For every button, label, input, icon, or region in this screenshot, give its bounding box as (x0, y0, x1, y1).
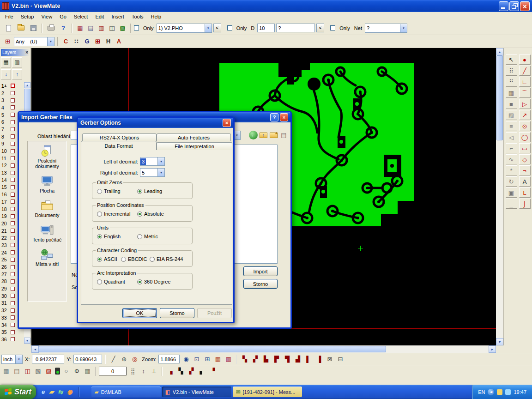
lasso-icon[interactable]: ○ (61, 366, 71, 376)
close-icon[interactable]: × (280, 113, 288, 121)
layer-color-swatch[interactable] (11, 250, 15, 254)
layer-color-swatch[interactable] (11, 149, 15, 153)
dcode-table-icon[interactable]: ▦ (75, 23, 85, 33)
place-my-computer[interactable]: Tento počítač (28, 224, 66, 242)
mirror-tool-icon[interactable]: ◁ (506, 132, 517, 142)
radio-icon[interactable] (137, 189, 142, 194)
radio-option-english[interactable]: English (97, 234, 121, 239)
layer-color-swatch[interactable] (11, 287, 15, 291)
zoom-window-icon[interactable]: ⊡ (192, 354, 201, 364)
split-icon[interactable]: ◫ (23, 366, 32, 376)
rotate-tool-icon[interactable]: ↻ (506, 176, 517, 187)
radio-icon[interactable] (97, 279, 102, 284)
radio-icon[interactable] (137, 212, 142, 217)
green-arrows-icon[interactable]: ⇆ (58, 388, 63, 395)
layer-color-swatch[interactable] (11, 127, 15, 131)
layer-row[interactable]: 4 (1, 104, 24, 111)
cancel-button[interactable]: Storno (160, 308, 194, 318)
only-layer-checkbox[interactable] (134, 25, 139, 30)
save-icon[interactable] (28, 23, 39, 34)
layer-table-icon[interactable]: ▥ (12, 57, 22, 67)
start-button[interactable]: Start (0, 385, 36, 399)
frame-icon[interactable]: ◫ (107, 23, 117, 33)
layer-color-swatch[interactable] (11, 98, 15, 103)
layer-table-icon[interactable]: ▤ (86, 23, 96, 33)
chevron-down-icon[interactable] (205, 24, 212, 32)
ellipse-tool-icon[interactable]: ◯ (519, 132, 531, 142)
open-file-icon[interactable] (15, 23, 26, 34)
aperture-selector-combo[interactable]: Any (U) (14, 37, 54, 46)
canvas-horizontal-scrollbar[interactable]: ◄ ► (31, 345, 496, 353)
left-of-decimal-combo[interactable]: 3 (140, 157, 165, 166)
pad-pattern-3-icon[interactable]: ▞ (187, 366, 196, 376)
layer-color-swatch[interactable] (11, 308, 15, 313)
tab[interactable]: RS274-X Options (82, 133, 157, 141)
dcode-filter-input[interactable]: ? (276, 24, 315, 32)
layer-color-swatch[interactable] (11, 185, 15, 189)
clear-icon[interactable]: ⊟ (335, 354, 345, 364)
layer-color-swatch[interactable] (11, 113, 15, 117)
chevron-down-icon[interactable] (400, 24, 407, 32)
dot-grid-icon[interactable]: ⣿ (128, 366, 138, 376)
colors-icon[interactable]: ▩ (118, 23, 127, 33)
grid-dots-icon[interactable]: ⠛ (506, 77, 517, 87)
hatch-tool-icon[interactable]: ▨ (506, 110, 517, 120)
chevron-down-icon[interactable] (157, 157, 164, 165)
radio-icon[interactable] (150, 257, 155, 262)
layer-color-swatch[interactable] (11, 279, 15, 284)
layer-color-swatch[interactable] (11, 207, 15, 211)
circle-tool-icon[interactable]: ⊙ (519, 121, 531, 131)
ie-icon[interactable]: e (42, 388, 45, 395)
apply-button[interactable]: Použít (197, 308, 232, 318)
scroll-left-icon[interactable]: ◄ (31, 345, 39, 353)
notch-tool-icon[interactable]: ¬ (519, 165, 531, 175)
close-icon[interactable]: × (25, 50, 28, 55)
dcode-pattern-4-icon[interactable]: ▛ (272, 354, 281, 364)
place-network[interactable]: Místa v síti (28, 248, 66, 267)
hide-icons-icon[interactable] (488, 389, 494, 395)
prev-dcode-button[interactable]: < (316, 24, 324, 32)
radio-icon[interactable] (97, 189, 102, 194)
only-net-checkbox[interactable] (330, 25, 335, 30)
x-coordinate-field[interactable]: -0.942237 (32, 355, 64, 363)
layer-color-swatch[interactable] (11, 193, 15, 197)
scroll-down-icon[interactable]: ▼ (24, 338, 30, 344)
net-combo[interactable]: ? (365, 24, 407, 33)
views-icon[interactable] (279, 131, 288, 139)
line-tool-icon[interactable]: ╱ (519, 66, 531, 76)
l-pad-tool-icon[interactable]: L (519, 187, 531, 198)
scroll-up-icon[interactable]: ▲ (496, 48, 503, 55)
radio-option-metric[interactable]: Metric (137, 234, 158, 239)
layer-grid-icon[interactable]: ▦ (1, 57, 11, 67)
chevron-down-icon[interactable] (47, 37, 54, 46)
arc-tool-icon[interactable]: ⌒ (519, 88, 531, 98)
menu-item[interactable]: Select (70, 13, 92, 20)
vector-tool-icon[interactable]: ↗ (519, 110, 531, 120)
scroll-down-icon[interactable]: ▼ (496, 338, 503, 345)
stack-tool-icon[interactable]: ▣ (506, 187, 517, 198)
hatch-right-icon[interactable]: ▨ (44, 366, 54, 376)
radio-icon[interactable] (121, 257, 126, 262)
aperture-text-icon[interactable]: A (114, 36, 124, 46)
move-layer-down-icon[interactable]: ↓ (1, 69, 11, 79)
layer-color-swatch[interactable] (11, 163, 15, 168)
diameter-icon[interactable]: Φ (72, 366, 82, 376)
layer-row[interactable]: 2 (1, 90, 24, 97)
film-box-icon[interactable]: ▥ (97, 23, 106, 33)
zoom-field[interactable]: 1.8866 (158, 355, 180, 363)
target-icon[interactable]: ⊕ (119, 354, 129, 364)
zoom-point-icon[interactable]: ◉ (181, 354, 191, 364)
scrollbar-thumb[interactable] (496, 55, 503, 140)
chevron-down-icon[interactable] (157, 169, 164, 176)
layer-color-swatch[interactable] (11, 178, 15, 182)
unit-combo[interactable]: inch (1, 355, 23, 364)
layer-color-swatch[interactable] (11, 258, 15, 262)
menu-item[interactable]: Edit (91, 13, 108, 20)
place-desktop[interactable]: Plocha (28, 175, 66, 193)
layer-color-swatch[interactable] (11, 265, 15, 269)
layer-color-swatch[interactable] (11, 200, 15, 204)
tab[interactable]: Data Format (81, 141, 157, 150)
layer-color-swatch[interactable] (11, 156, 15, 160)
layers-panel-header[interactable]: Layers × (1, 49, 30, 56)
prev-layer-button[interactable]: < (213, 24, 221, 32)
